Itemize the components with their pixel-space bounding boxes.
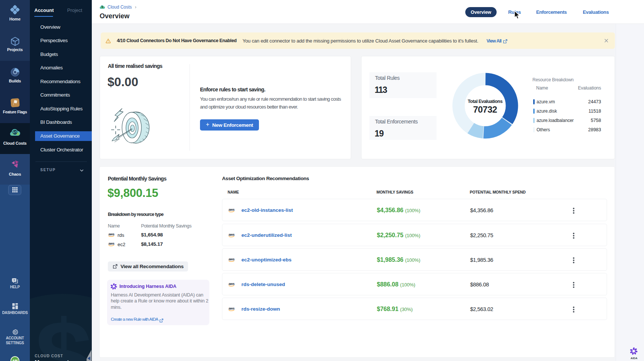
svg-text:aws: aws: [229, 208, 235, 211]
svg-text:aws: aws: [229, 233, 235, 236]
svg-text:aws: aws: [229, 282, 235, 286]
svg-text:aws: aws: [229, 307, 235, 310]
svg-text:aws: aws: [109, 232, 115, 236]
svg-text:$: $: [102, 6, 103, 9]
svg-text:aws: aws: [109, 242, 115, 245]
svg-text:aws: aws: [229, 257, 235, 261]
svg-text:$: $: [14, 130, 16, 135]
svg-text:?: ?: [13, 279, 15, 282]
